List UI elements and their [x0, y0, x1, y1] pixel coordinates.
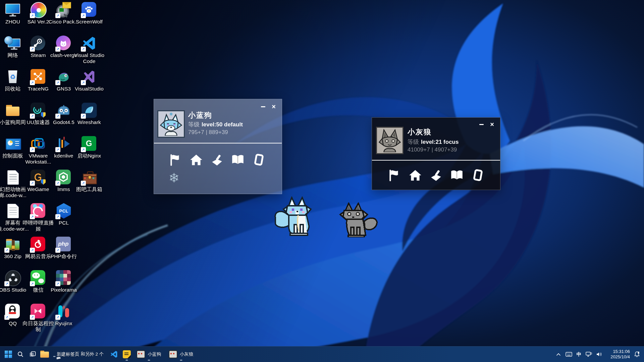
card-icon[interactable] [470, 168, 485, 183]
desktop-icon-label: WeGame [27, 186, 49, 192]
book-icon[interactable] [230, 152, 245, 167]
flag-icon[interactable] [168, 152, 183, 167]
home-icon[interactable] [189, 152, 204, 167]
grey-wolf-avatar-art [378, 129, 401, 152]
card-icon[interactable] [251, 152, 266, 167]
write-icon[interactable] [428, 168, 443, 183]
touch-keyboard-button[interactable] [564, 348, 574, 361]
running-indicator [148, 360, 150, 361]
code-workspace-file-icon [5, 170, 20, 185]
start-button[interactable] [2, 348, 14, 361]
pet-window-grey-wolf[interactable]: 小灰狼 等级level:21 focus 41009+7 | 4907+39 × [372, 117, 500, 190]
shortcut-arrow-icon: ↗ [30, 147, 35, 152]
shortcut-arrow-icon: ↗ [30, 248, 35, 253]
close-button[interactable]: × [270, 103, 278, 111]
task-view-button[interactable] [26, 348, 39, 361]
vscode-taskbar-button[interactable] [108, 348, 120, 361]
desktop-icon-ryujinx[interactable]: #↗Ryujinx [48, 304, 80, 326]
desktop-icon-label: Visual Studio Code [73, 52, 105, 65]
volume-button[interactable] [594, 348, 604, 361]
desktop-icon-label: Godot4.5 [53, 119, 74, 125]
cast-device-button[interactable] [584, 348, 594, 361]
book-icon[interactable] [449, 168, 464, 183]
shortcut-arrow-icon: ↗ [81, 80, 86, 85]
pet-level-label: 等级 [188, 121, 200, 128]
desktop-icon-pcl[interactable]: PCL↗PCL [48, 203, 80, 226]
clock[interactable]: 15:31:06 2025/10/4 [604, 349, 631, 360]
blue-dog-taskbar-button[interactable]: 小蓝狗 [133, 348, 164, 361]
pet-sprite-grey-wolf[interactable] [336, 202, 379, 237]
shortcut-arrow-icon: ↗ [55, 80, 60, 85]
desktop-icon-screenwolf[interactable]: ↗ScreenWolf [73, 2, 105, 25]
shortcut-arrow-icon: ↗ [30, 181, 35, 186]
home-icon[interactable] [408, 168, 423, 183]
search-icon [17, 351, 24, 358]
search-button[interactable] [14, 348, 26, 361]
shortcut-arrow-icon: ↗ [55, 181, 60, 186]
minimize-button[interactable] [477, 120, 485, 128]
desktop-icon-label: 图吧工具箱 [76, 186, 102, 192]
taskbar: 新建标签页 和另外 2 个 小蓝狗 小灰狼 中 [0, 346, 644, 362]
shortcut-arrow-icon: ↗ [55, 147, 60, 152]
notepad-icon [123, 350, 131, 358]
shortcut-arrow-icon: ↗ [55, 13, 60, 18]
svg-text:z: z [638, 351, 639, 354]
notification-button[interactable]: z [631, 348, 643, 361]
color-wheel-icon: ↗ [31, 2, 46, 17]
shortcut-arrow-icon: ↗ [30, 13, 35, 18]
desktop-icon-pixelorama[interactable]: ↗Pixelorama [48, 270, 80, 293]
desktop-icon-php-cli[interactable]: php↗PHP命令行 [48, 237, 80, 259]
system-tray: 中 15:31:06 2025/10/4 z [553, 347, 644, 362]
grey-wolf-avatar [376, 127, 404, 154]
shortcut-arrow-icon: ↗ [55, 281, 60, 286]
wechat-icon: ↗ [31, 270, 46, 286]
pet-stats: 795+7 | 889+39 [188, 129, 228, 136]
pet-sprite-blue-dog[interactable] [273, 196, 318, 236]
bilibili-live-icon: ↗ [31, 203, 46, 219]
wireshark-icon: ↗ [82, 103, 97, 118]
desktop-icon-label: Steam [31, 52, 46, 58]
vscode-icon [110, 350, 118, 358]
monitor-plug-icon [586, 352, 592, 357]
clock-date: 2025/10/4 [604, 354, 630, 360]
shortcut-arrow-icon: ↗ [81, 13, 86, 18]
pet-window-blue-dog[interactable]: ❄ 小蓝狗 等级level:50 default 795+7 | 889+39 [154, 99, 282, 194]
obs-studio-icon: ↗ [5, 270, 20, 286]
ime-indicator[interactable]: 中 [574, 348, 584, 361]
desktop-icon-vscode[interactable]: ↗Visual Studio Code [73, 36, 105, 65]
desktop-icon-label: QQ [9, 320, 17, 326]
grey-wolf-taskbar-button[interactable]: 小灰狼 [166, 348, 197, 361]
desktop-icon-label: ZHOU [5, 19, 20, 25]
shortcut-arrow-icon: ↗ [55, 315, 60, 320]
file-explorer-button[interactable] [39, 348, 51, 361]
window-separator [372, 160, 500, 161]
running-indicator [180, 360, 182, 361]
shortcut-arrow-icon: ↗ [30, 114, 35, 119]
edge-tab-button[interactable]: 新建标签页 和另外 2 个 [51, 348, 107, 361]
gns3-icon: ↗ [56, 69, 71, 84]
desktop-icon-label: VisualStudio [75, 86, 104, 92]
grey-wolf-task-label: 小灰狼 [180, 351, 194, 357]
notepad-taskbar-button[interactable] [121, 348, 133, 361]
shortcut-arrow-icon: ↗ [81, 47, 86, 52]
flag-icon[interactable] [387, 168, 402, 183]
tray-overflow-button[interactable] [553, 348, 564, 361]
folder-icon [5, 103, 20, 118]
desktop-icon-wireshark[interactable]: ↗Wireshark [73, 103, 105, 125]
shortcut-arrow-icon: ↗ [30, 281, 35, 286]
desktop-icon-label: TraceNG [28, 86, 49, 92]
desktop-icon-toolbox[interactable]: ↗图吧工具箱 [73, 170, 105, 192]
ime-label: 中 [577, 351, 582, 358]
desktop-root: { "desktop": { "icons": [ {"id":"zhou","… [0, 0, 644, 362]
desktop-icon-label: 控制面板 [2, 153, 23, 159]
desktop-icon-nginx[interactable]: G↗启动Nginx [73, 136, 105, 159]
desktop-icon-visualstudio[interactable]: ↗VisualStudio [73, 69, 105, 92]
minimize-button[interactable] [259, 103, 267, 111]
desktop-icon-label: SAI Ver.2 [28, 19, 49, 25]
write-icon[interactable] [209, 152, 224, 167]
desktop-icon-label: 回收站 [5, 86, 21, 92]
speaker-icon [596, 352, 602, 357]
close-button[interactable]: × [488, 120, 496, 128]
pet-level-line: 等级level:50 default [188, 121, 243, 128]
snowflake-status-icon[interactable]: ❄ [169, 171, 179, 185]
